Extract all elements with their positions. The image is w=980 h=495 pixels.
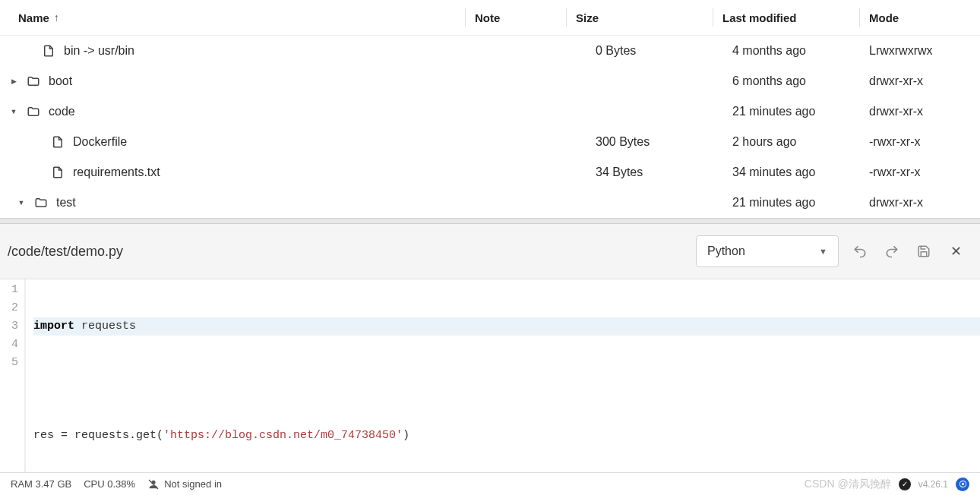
cell-modified: 2 hours ago bbox=[732, 135, 869, 149]
column-note[interactable]: Note bbox=[475, 11, 566, 24]
file-name: test bbox=[56, 196, 76, 210]
horizontal-splitter[interactable] bbox=[0, 218, 980, 224]
sort-asc-icon: ↑ bbox=[54, 11, 59, 24]
file-table-header: Name ↑ Note Size Last modified Mode bbox=[0, 0, 980, 35]
file-icon bbox=[50, 134, 65, 150]
folder-icon bbox=[33, 195, 49, 210]
user-off-icon bbox=[147, 478, 160, 490]
table-row[interactable]: ▼ code 21 minutes ago drwxr-xr-x bbox=[0, 96, 980, 127]
editor-file-path: /code/test/demo.py bbox=[8, 244, 685, 260]
editor-header: /code/test/demo.py Python ▼ ✕ bbox=[0, 224, 980, 279]
chevron-down-icon: ▼ bbox=[819, 247, 827, 256]
code-editor[interactable]: 1 2 3 4 5 import requests res = requests… bbox=[0, 279, 980, 472]
file-name: code bbox=[49, 105, 75, 118]
status-ok-icon: ✓ bbox=[899, 478, 911, 490]
column-name-label: Name bbox=[18, 11, 49, 24]
cell-size: 0 Bytes bbox=[596, 44, 732, 58]
language-select[interactable]: Python ▼ bbox=[696, 235, 839, 267]
line-number-gutter: 1 2 3 4 5 bbox=[0, 279, 26, 472]
chevron-down-icon[interactable]: ▼ bbox=[9, 108, 18, 115]
watermark-text: CSDN @清风挽醉 bbox=[805, 478, 891, 491]
cell-mode: drwxr-xr-x bbox=[869, 74, 968, 88]
chevron-down-icon[interactable]: ▼ bbox=[17, 199, 26, 207]
file-icon bbox=[41, 43, 56, 58]
file-name: boot bbox=[49, 74, 72, 88]
file-name: Dockerfile bbox=[73, 135, 127, 149]
column-divider bbox=[713, 8, 713, 27]
file-icon bbox=[50, 165, 65, 180]
assist-pill-icon[interactable]: ⦿ bbox=[956, 478, 969, 491]
cell-mode: Lrwxrwxrwx bbox=[869, 44, 968, 58]
language-select-value: Python bbox=[707, 244, 745, 258]
save-button[interactable] bbox=[913, 241, 934, 262]
column-mode[interactable]: Mode bbox=[869, 11, 968, 24]
cell-size: 300 Bytes bbox=[596, 135, 732, 149]
cell-modified: 21 minutes ago bbox=[732, 105, 869, 118]
table-row[interactable]: ▼ test 21 minutes ago drwxr-xr-x bbox=[0, 188, 980, 218]
table-row[interactable]: ▶ boot 6 months ago drwxr-xr-x bbox=[0, 66, 980, 96]
cell-mode: drwxr-xr-x bbox=[869, 196, 968, 210]
column-name[interactable]: Name ↑ bbox=[18, 11, 465, 24]
code-content[interactable]: import requests res = requests.get('http… bbox=[26, 279, 980, 472]
file-name: requirements.txt bbox=[73, 166, 160, 179]
signin-status[interactable]: Not signed in bbox=[147, 478, 222, 490]
status-bar: RAM 3.47 GB CPU 0.38% Not signed in CSDN… bbox=[0, 472, 980, 495]
folder-icon bbox=[26, 104, 41, 119]
file-name: bin -> usr/bin bbox=[64, 44, 134, 58]
undo-button[interactable] bbox=[849, 241, 871, 262]
table-row[interactable]: bin -> usr/bin 0 Bytes 4 months ago Lrwx… bbox=[0, 36, 980, 66]
cell-modified: 4 months ago bbox=[732, 44, 869, 58]
column-divider bbox=[566, 8, 567, 27]
column-last-modified[interactable]: Last modified bbox=[722, 11, 859, 24]
cell-modified: 21 minutes ago bbox=[732, 196, 869, 210]
version-label: v4.26.1 bbox=[918, 479, 948, 490]
folder-icon bbox=[26, 74, 41, 89]
chevron-right-icon[interactable]: ▶ bbox=[9, 77, 18, 85]
cell-mode: -rwxr-xr-x bbox=[869, 166, 968, 179]
cell-modified: 6 months ago bbox=[732, 74, 869, 88]
column-size[interactable]: Size bbox=[576, 11, 713, 24]
table-row[interactable]: requirements.txt 34 Bytes 34 minutes ago… bbox=[0, 157, 980, 188]
cell-modified: 34 minutes ago bbox=[732, 166, 869, 179]
cell-mode: drwxr-xr-x bbox=[869, 105, 968, 118]
cell-mode: -rwxr-xr-x bbox=[869, 135, 968, 149]
column-divider bbox=[465, 8, 466, 27]
cpu-usage: CPU 0.38% bbox=[84, 478, 135, 490]
close-button[interactable]: ✕ bbox=[945, 241, 966, 262]
cell-size: 34 Bytes bbox=[596, 166, 732, 179]
redo-button[interactable] bbox=[881, 241, 903, 262]
file-table-body: bin -> usr/bin 0 Bytes 4 months ago Lrwx… bbox=[0, 35, 980, 218]
ram-usage: RAM 3.47 GB bbox=[11, 478, 71, 490]
table-row[interactable]: Dockerfile 300 Bytes 2 hours ago -rwxr-x… bbox=[0, 127, 980, 157]
column-divider bbox=[859, 8, 860, 27]
